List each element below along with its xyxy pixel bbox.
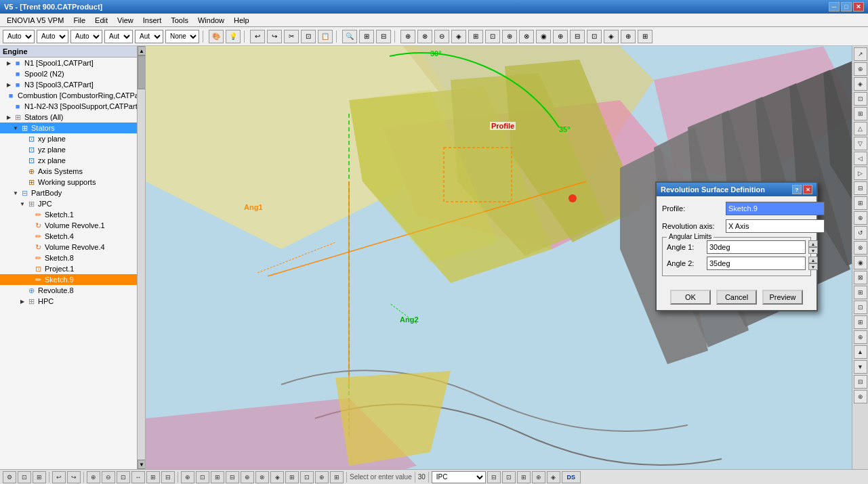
rtb-btn-12[interactable]: ⊕ bbox=[854, 211, 867, 225]
tree-item-stators-all[interactable]: ▶ ⊞ Stators (All) bbox=[0, 112, 145, 123]
tree-item-axis-systems[interactable]: ⊕ Axis Systems bbox=[0, 166, 145, 177]
menu-enovia[interactable]: ENOVIA V5 VPM bbox=[3, 15, 68, 26]
btb-btn-20[interactable]: ⊕ bbox=[315, 471, 329, 483]
rtb-btn-18[interactable]: ⊡ bbox=[854, 301, 867, 314]
toolbar-btn-18[interactable]: ⊞ bbox=[638, 30, 653, 43]
btb-btn-11[interactable]: ⊕ bbox=[181, 471, 194, 483]
toolbar-btn-1[interactable]: 🔍 bbox=[342, 30, 357, 43]
rtb-btn-19[interactable]: ⊞ bbox=[854, 315, 867, 329]
menu-view[interactable]: View bbox=[113, 15, 138, 26]
toolbar-btn-paste[interactable]: 📋 bbox=[318, 30, 333, 43]
tree-item-sketch1[interactable]: ✏ Sketch.1 bbox=[0, 209, 145, 220]
btb-btn-2[interactable]: ⊞ bbox=[33, 471, 46, 483]
select-filter-4[interactable]: Aut bbox=[104, 30, 133, 43]
btb-btn-17[interactable]: ◈ bbox=[270, 471, 284, 483]
rtb-btn-2[interactable]: ⊕ bbox=[854, 62, 867, 76]
tree-item-project1[interactable]: ⊡ Project.1 bbox=[0, 263, 145, 274]
rtb-btn-17[interactable]: ⊞ bbox=[854, 286, 867, 299]
close-button[interactable]: ✕ bbox=[853, 2, 864, 12]
tree-item-combustion[interactable]: ■ Combustion [CombustorRing,CATPart] bbox=[0, 90, 145, 101]
menu-window[interactable]: Window bbox=[194, 15, 228, 26]
scroll-down-btn[interactable]: ▼ bbox=[138, 460, 146, 469]
dialog-help-button[interactable]: ? bbox=[792, 185, 802, 194]
rtb-btn-24[interactable]: ⊕ bbox=[854, 390, 867, 403]
toolbar-btn-16[interactable]: ◈ bbox=[604, 30, 619, 43]
toolbar-btn-14[interactable]: ⊟ bbox=[570, 30, 585, 43]
toolbar-btn-10[interactable]: ⊕ bbox=[502, 30, 517, 43]
rtb-btn-3[interactable]: ◈ bbox=[854, 77, 867, 91]
tree-item-spool2[interactable]: ■ Spool2 (N2) bbox=[0, 68, 145, 79]
cancel-button[interactable]: Cancel bbox=[716, 290, 757, 305]
tree-item-sketch4[interactable]: ✏ Sketch.4 bbox=[0, 231, 145, 242]
select-filter-3[interactable]: Auto bbox=[70, 30, 102, 43]
rtb-btn-6[interactable]: △ bbox=[854, 122, 867, 135]
angle2-input[interactable] bbox=[707, 257, 806, 270]
btb-btn-6[interactable]: ⊖ bbox=[102, 471, 115, 483]
toolbar-btn-4[interactable]: ⊕ bbox=[400, 30, 415, 43]
btb-btn-8[interactable]: ↔ bbox=[131, 471, 145, 483]
scroll-thumb[interactable] bbox=[138, 56, 146, 89]
angle1-spin-up[interactable]: ▲ bbox=[808, 240, 818, 247]
btb-btn-22[interactable]: ⊡ bbox=[502, 471, 516, 483]
toolbar-btn-12[interactable]: ◉ bbox=[536, 30, 551, 43]
angle1-spin-down[interactable]: ▼ bbox=[808, 247, 818, 254]
btb-btn-16[interactable]: ⊗ bbox=[255, 471, 269, 483]
menu-insert[interactable]: Insert bbox=[139, 15, 166, 26]
toolbar-btn-17[interactable]: ⊕ bbox=[621, 30, 636, 43]
rtb-btn-14[interactable]: ⊗ bbox=[854, 241, 867, 255]
menu-file[interactable]: File bbox=[69, 15, 89, 26]
dialog-close-button[interactable]: ✕ bbox=[803, 185, 812, 194]
btb-btn-24[interactable]: ⊕ bbox=[532, 471, 545, 483]
toolbar-btn-6[interactable]: ⊖ bbox=[434, 30, 449, 43]
menu-edit[interactable]: Edit bbox=[91, 15, 112, 26]
rtb-btn-4[interactable]: ⊡ bbox=[854, 92, 867, 106]
toolbar-btn-copy[interactable]: ⊡ bbox=[301, 30, 316, 43]
angle2-spin-down[interactable]: ▼ bbox=[808, 263, 818, 270]
preview-button[interactable]: Preview bbox=[762, 290, 803, 305]
ok-button[interactable]: OK bbox=[670, 290, 711, 305]
maximize-button[interactable]: □ bbox=[841, 2, 852, 12]
context-select[interactable]: IPC bbox=[432, 471, 486, 483]
btb-settings-btn[interactable]: ⚙ bbox=[3, 471, 16, 483]
rtb-btn-10[interactable]: ⊟ bbox=[854, 181, 867, 195]
menu-help[interactable]: Help bbox=[230, 15, 253, 26]
rtb-btn-9[interactable]: ▷ bbox=[854, 167, 867, 180]
tree-item-revolute8[interactable]: ⊕ Revolute.8 bbox=[0, 285, 145, 296]
scroll-up-btn[interactable]: ▲ bbox=[138, 46, 146, 56]
menu-tools[interactable]: Tools bbox=[167, 15, 192, 26]
btb-btn-23[interactable]: ⊞ bbox=[517, 471, 531, 483]
toolbar-btn-9[interactable]: ⊡ bbox=[485, 30, 500, 43]
rtb-btn-7[interactable]: ▽ bbox=[854, 137, 867, 150]
rtb-btn-13[interactable]: ↺ bbox=[854, 226, 867, 240]
btb-btn-9[interactable]: ⊞ bbox=[146, 471, 160, 483]
tree-item-n1spool1[interactable]: ▶ ■ N1 [Spool1,CATPart] bbox=[0, 58, 145, 68]
tree-item-zx-plane[interactable]: ⊡ zx plane bbox=[0, 155, 145, 166]
rtb-btn-11[interactable]: ⊞ bbox=[854, 196, 867, 210]
btb-btn-4[interactable]: ↪ bbox=[67, 471, 81, 483]
tree-item-sketch9[interactable]: ✏ Sketch.9 bbox=[0, 274, 145, 285]
btb-btn-12[interactable]: ⊡ bbox=[196, 471, 209, 483]
tree-item-jpc[interactable]: ▼ ⊞ JPC bbox=[0, 198, 145, 209]
toolbar-btn-11[interactable]: ⊗ bbox=[519, 30, 534, 43]
rtb-btn-20[interactable]: ⊕ bbox=[854, 330, 867, 344]
tree-item-n3spool3[interactable]: ▶ ■ N3 [Spool3,CATPart] bbox=[0, 79, 145, 90]
profile-input[interactable] bbox=[726, 202, 825, 215]
select-filter-2[interactable]: Auto bbox=[37, 30, 68, 43]
btb-btn-13[interactable]: ⊞ bbox=[211, 471, 224, 483]
btb-btn-7[interactable]: ⊡ bbox=[117, 471, 130, 483]
btb-btn-19[interactable]: ⊡ bbox=[300, 471, 314, 483]
btb-btn-3[interactable]: ↩ bbox=[52, 471, 66, 483]
toolbar-btn-render[interactable]: 🎨 bbox=[209, 30, 224, 43]
rtb-btn-15[interactable]: ◉ bbox=[854, 256, 867, 269]
toolbar-btn-redo[interactable]: ↪ bbox=[267, 30, 282, 43]
select-filter-5[interactable]: Aut bbox=[135, 30, 163, 43]
angle2-spin-up[interactable]: ▲ bbox=[808, 257, 818, 263]
btb-btn-15[interactable]: ⊕ bbox=[241, 471, 254, 483]
angle1-input[interactable] bbox=[707, 240, 806, 254]
tree-item-yz-plane[interactable]: ⊡ yz plane bbox=[0, 144, 145, 155]
rtb-btn-23[interactable]: ⊟ bbox=[854, 375, 867, 389]
tree-item-working-supports[interactable]: ⊞ Working supports bbox=[0, 177, 145, 188]
toolbar-btn-13[interactable]: ⊕ bbox=[553, 30, 568, 43]
toolbar-btn-8[interactable]: ⊞ bbox=[468, 30, 483, 43]
tree-item-partbody[interactable]: ▼ ⊟ PartBody bbox=[0, 188, 145, 198]
